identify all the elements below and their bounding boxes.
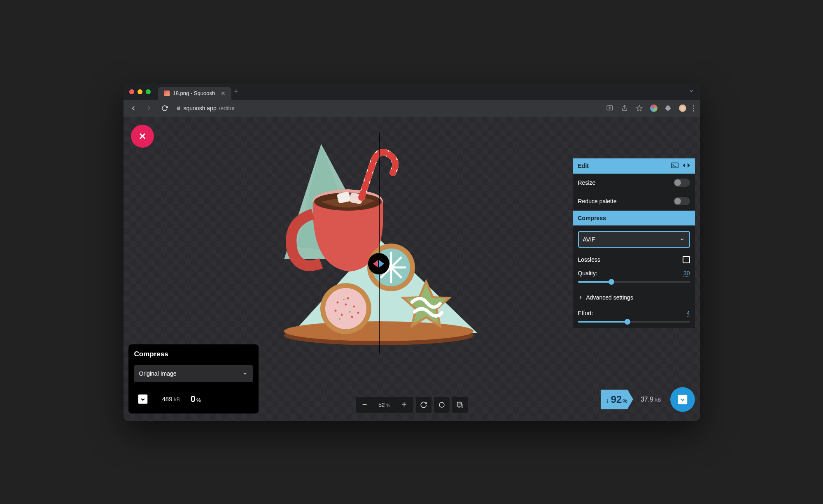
compress-header-title: Compress bbox=[578, 215, 606, 221]
svg-point-29 bbox=[345, 303, 347, 305]
zoom-window-button[interactable] bbox=[146, 89, 151, 94]
svg-point-23 bbox=[347, 297, 349, 299]
reload-button[interactable] bbox=[161, 104, 169, 112]
quality-value[interactable]: 30 bbox=[683, 270, 690, 277]
svg-rect-35 bbox=[671, 163, 678, 168]
zoom-value[interactable]: 52 % bbox=[374, 402, 395, 408]
browser-tab[interactable]: 18.png - Squoosh ✕ bbox=[158, 87, 232, 100]
forward-button[interactable] bbox=[145, 104, 153, 112]
quality-label: Quality: bbox=[578, 270, 597, 277]
codec-select[interactable]: AVIF bbox=[578, 231, 690, 248]
svg-point-28 bbox=[357, 311, 359, 314]
download-left-button[interactable] bbox=[134, 390, 152, 408]
compare-divider bbox=[379, 132, 380, 354]
lossless-checkbox[interactable] bbox=[683, 256, 690, 263]
svg-point-30 bbox=[343, 299, 345, 300]
svg-marker-3 bbox=[636, 105, 642, 111]
left-percent-change: 0% bbox=[191, 394, 201, 404]
reduce-palette-label: Reduce palette bbox=[578, 198, 617, 204]
minimize-window-button[interactable] bbox=[138, 89, 142, 94]
zoom-segment: − 52 % + bbox=[356, 397, 413, 413]
right-settings-panel: Edit Resize Reduce palette bbox=[573, 158, 695, 328]
close-window-button[interactable] bbox=[129, 89, 134, 94]
resize-label: Resize bbox=[578, 179, 596, 186]
rotate-button[interactable] bbox=[416, 397, 431, 413]
advanced-settings-toggle[interactable]: Advanced settings bbox=[573, 288, 695, 307]
svg-point-27 bbox=[334, 309, 336, 311]
url-host: squoosh.app bbox=[184, 105, 217, 111]
extension-icon-1[interactable] bbox=[650, 105, 657, 112]
lossless-row: Lossless bbox=[573, 253, 695, 267]
close-tab-button[interactable]: ✕ bbox=[221, 90, 226, 97]
editor-canvas: Compress Original Image 489 kB 0% Edit bbox=[124, 117, 700, 421]
left-codec-value: Original Image bbox=[139, 370, 177, 377]
svg-rect-40 bbox=[457, 402, 461, 406]
edit-header: Edit bbox=[573, 158, 695, 174]
tab-title: 18.png - Squoosh bbox=[173, 90, 215, 96]
chevron-down-icon bbox=[679, 237, 685, 242]
svg-point-25 bbox=[340, 314, 343, 316]
reduce-palette-toggle[interactable] bbox=[674, 197, 690, 205]
effort-value[interactable]: 4 bbox=[687, 310, 690, 317]
lock-icon bbox=[176, 105, 181, 111]
browser-toolbar: squoosh.app/editor bbox=[124, 100, 700, 117]
svg-point-24 bbox=[353, 305, 355, 307]
svg-point-21 bbox=[325, 288, 366, 329]
quality-row: Quality: 30 bbox=[573, 267, 695, 288]
transparency-toggle-button[interactable] bbox=[452, 397, 468, 413]
cli-icon[interactable] bbox=[671, 163, 678, 170]
result-bar: ↓ 92 % 37.9 kB bbox=[601, 387, 695, 412]
background-toggle-button[interactable] bbox=[434, 397, 450, 413]
address-bar[interactable]: squoosh.app/editor bbox=[176, 105, 235, 111]
svg-point-39 bbox=[439, 402, 444, 407]
image-preview[interactable] bbox=[263, 132, 494, 354]
zoom-in-button[interactable]: + bbox=[399, 400, 410, 409]
profile-avatar[interactable] bbox=[679, 105, 686, 112]
quality-slider[interactable] bbox=[578, 281, 690, 283]
arrow-down-icon: ↓ bbox=[606, 396, 609, 405]
compare-handle[interactable] bbox=[368, 253, 389, 274]
download-right-button[interactable] bbox=[670, 387, 695, 412]
savings-percent: 92 bbox=[611, 394, 622, 405]
tabs-dropdown-button[interactable] bbox=[688, 88, 694, 95]
back-button[interactable] bbox=[129, 104, 138, 112]
codec-value: AVIF bbox=[583, 236, 595, 243]
left-compress-panel: Compress Original Image 489 kB 0% bbox=[128, 344, 259, 413]
zoom-controls: − 52 % + bbox=[356, 397, 468, 413]
left-panel-title: Compress bbox=[134, 350, 253, 358]
svg-marker-37 bbox=[683, 163, 685, 167]
reduce-palette-row: Reduce palette bbox=[573, 192, 695, 211]
edit-header-title: Edit bbox=[578, 163, 589, 169]
url-path: /editor bbox=[219, 105, 235, 111]
effort-label: Effort: bbox=[578, 310, 593, 317]
close-image-button[interactable] bbox=[131, 125, 154, 148]
lossless-label: Lossless bbox=[578, 256, 600, 263]
swap-sides-icon[interactable] bbox=[683, 163, 690, 170]
svg-point-32 bbox=[339, 318, 340, 320]
effort-row: Effort: 4 bbox=[573, 307, 695, 328]
chevron-right-icon bbox=[578, 295, 583, 300]
extensions-icon[interactable] bbox=[664, 104, 672, 112]
chevron-down-icon bbox=[242, 371, 248, 376]
titlebar: 18.png - Squoosh ✕ + bbox=[124, 84, 700, 100]
resize-row: Resize bbox=[573, 174, 695, 192]
left-filesize: 489 kB bbox=[162, 395, 180, 402]
install-app-icon[interactable] bbox=[606, 104, 614, 112]
browser-menu-button[interactable] bbox=[693, 105, 694, 111]
effort-slider[interactable] bbox=[578, 321, 690, 323]
svg-marker-38 bbox=[688, 163, 690, 167]
window-controls bbox=[129, 89, 151, 94]
compress-header: Compress bbox=[573, 211, 695, 225]
favicon-icon bbox=[164, 91, 170, 96]
new-tab-button[interactable]: + bbox=[234, 87, 238, 96]
zoom-out-button[interactable]: − bbox=[359, 400, 371, 409]
resize-toggle[interactable] bbox=[674, 179, 690, 187]
share-icon[interactable] bbox=[620, 104, 629, 112]
left-codec-select[interactable]: Original Image bbox=[134, 365, 253, 382]
bookmark-icon[interactable] bbox=[635, 104, 643, 112]
svg-point-31 bbox=[349, 311, 351, 313]
app-window: 18.png - Squoosh ✕ + squoosh.app/editor bbox=[124, 84, 700, 421]
svg-point-22 bbox=[336, 301, 338, 303]
result-filesize: 37.9 kB bbox=[633, 396, 669, 403]
savings-chip: ↓ 92 % bbox=[601, 390, 633, 409]
